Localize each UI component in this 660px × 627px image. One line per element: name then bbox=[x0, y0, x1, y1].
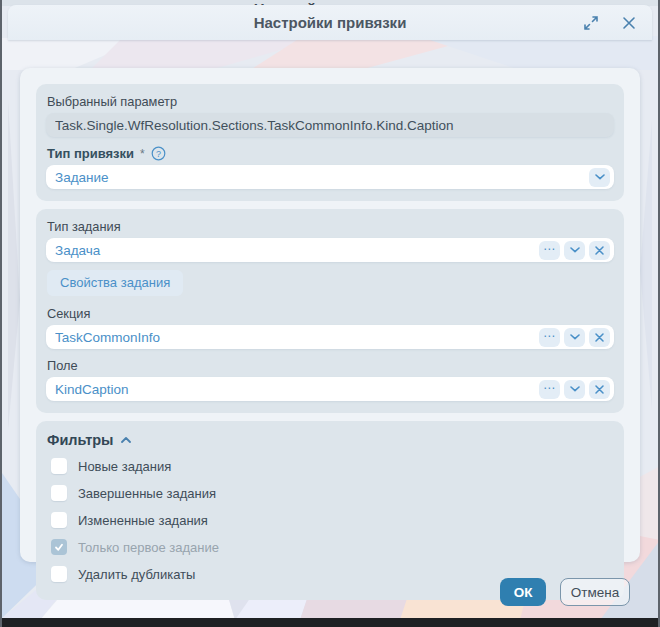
binding-type-label: Тип привязки bbox=[47, 146, 134, 161]
dialog-body-panel: Выбранный параметр Task.Single.WfResolut… bbox=[20, 68, 640, 562]
task-properties-button[interactable]: Свойства задания bbox=[47, 270, 183, 296]
group-filters: Фильтры Новые задания Завершенные задани… bbox=[36, 421, 624, 600]
dialog-title: Настройки привязки bbox=[8, 14, 652, 31]
section-label: Секция bbox=[47, 306, 614, 321]
binding-type-value: Задание bbox=[55, 170, 589, 185]
ellipsis-icon[interactable]: ⋯ bbox=[539, 241, 560, 260]
chevron-down-icon[interactable] bbox=[564, 380, 585, 399]
window-bottom-bar bbox=[0, 618, 660, 627]
ellipsis-icon[interactable]: ⋯ bbox=[539, 328, 560, 347]
clear-icon[interactable] bbox=[589, 380, 610, 399]
chevron-down-icon[interactable] bbox=[564, 241, 585, 260]
task-type-value: Задача bbox=[55, 243, 539, 258]
checkbox-checked-icon bbox=[51, 539, 67, 555]
expand-icon[interactable] bbox=[582, 14, 600, 32]
required-asterisk: * bbox=[140, 147, 145, 161]
chevron-down-icon[interactable] bbox=[564, 328, 585, 347]
task-type-field[interactable]: Задача ⋯ bbox=[46, 238, 614, 262]
section-value: TaskCommonInfo bbox=[55, 330, 539, 345]
checkbox-icon[interactable] bbox=[51, 566, 67, 582]
field-field[interactable]: KindCaption ⋯ bbox=[46, 377, 614, 401]
ok-button[interactable]: ОК bbox=[500, 578, 546, 606]
checkbox-new-tasks[interactable]: Новые задания bbox=[51, 458, 614, 474]
checkbox-icon[interactable] bbox=[51, 512, 67, 528]
chevron-up-icon bbox=[121, 437, 131, 443]
dialog-header: Настройки привязки bbox=[8, 5, 652, 40]
section-field[interactable]: TaskCommonInfo ⋯ bbox=[46, 325, 614, 349]
task-type-label: Тип задания bbox=[47, 219, 614, 234]
filters-collapse-toggle[interactable]: Фильтры bbox=[47, 432, 614, 448]
checkbox-icon[interactable] bbox=[51, 485, 67, 501]
binding-type-select[interactable]: Задание bbox=[46, 165, 614, 189]
svg-text:?: ? bbox=[156, 149, 161, 159]
checkbox-completed-tasks[interactable]: Завершенные задания bbox=[51, 485, 614, 501]
group-selected-parameter: Выбранный параметр Task.Single.WfResolut… bbox=[36, 84, 624, 201]
checkbox-only-first-task: Только первое задание bbox=[51, 539, 614, 555]
group-task-binding: Тип задания Задача ⋯ Свойства задания Се… bbox=[36, 209, 624, 413]
close-icon[interactable] bbox=[620, 14, 638, 32]
dialog-footer: ОК Отмена bbox=[500, 578, 630, 606]
field-value: KindCaption bbox=[55, 382, 539, 397]
field-label: Поле bbox=[47, 358, 614, 373]
chevron-down-icon[interactable] bbox=[589, 168, 610, 187]
checkbox-changed-tasks[interactable]: Измененные задания bbox=[51, 512, 614, 528]
binding-settings-window: { "behind": { "clipped_title": "Настройк… bbox=[0, 0, 660, 627]
filters-title: Фильтры bbox=[47, 432, 113, 448]
cancel-button[interactable]: Отмена bbox=[560, 578, 630, 606]
selected-parameter-field: Task.Single.WfResolution.Sections.TaskCo… bbox=[46, 113, 614, 137]
checkbox-icon[interactable] bbox=[51, 458, 67, 474]
ellipsis-icon[interactable]: ⋯ bbox=[539, 380, 560, 399]
selected-parameter-value: Task.Single.WfResolution.Sections.TaskCo… bbox=[55, 118, 610, 133]
help-icon[interactable]: ? bbox=[151, 146, 166, 161]
clear-icon[interactable] bbox=[589, 241, 610, 260]
selected-parameter-label: Выбранный параметр bbox=[47, 94, 614, 109]
clear-icon[interactable] bbox=[589, 328, 610, 347]
